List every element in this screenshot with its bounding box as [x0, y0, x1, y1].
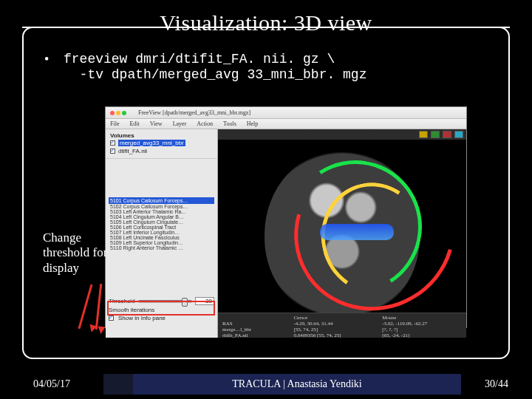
menu-file[interactable]: File — [110, 120, 119, 127]
view-btn-g[interactable] — [431, 131, 440, 138]
status-merge-mouse: [?, ?, ?] — [382, 327, 462, 332]
threshold-slider[interactable] — [138, 300, 192, 303]
tract-row[interactable]: 5110 Right Anterior Thalamic … — [109, 245, 214, 250]
menu-view[interactable]: View — [150, 120, 163, 127]
menu-edit[interactable]: Edit — [129, 120, 139, 127]
content-panel: • freeview dmri/dtifit_FA. nii. gz \ -tv… — [22, 27, 510, 359]
window-title: FreeView [dpath/merged_avg33_mni_bbr.mgz… — [138, 109, 250, 116]
status-fa-label: dtifit_FA.nii — [222, 332, 284, 338]
close-dot-icon — [110, 111, 115, 115]
checkbox-icon[interactable] — [110, 140, 115, 146]
tract-row[interactable]: 5109 Left Superior Longitudin… — [109, 240, 214, 245]
command-line-1: freeview dmri/dtifit_FA. nii. gz \ — [64, 52, 335, 67]
menu-help[interactable]: Help — [247, 120, 259, 127]
footer-page: 30/44 — [461, 378, 532, 390]
status-mouse-header: Mouse — [382, 315, 462, 321]
minimize-dot-icon — [116, 111, 120, 115]
tract-blue-icon — [320, 224, 394, 240]
view-btn-y[interactable] — [419, 131, 428, 138]
status-bar: RAS merge…l_bbr dtifit_FA.nii Cursor -4.… — [218, 313, 466, 338]
footer-title: TRACULA | Anastasia Yendiki — [133, 374, 461, 395]
view-toolbar — [218, 129, 466, 140]
footer: 04/05/17 TRACULA | Anastasia Yendiki 30/… — [0, 374, 532, 395]
status-ras-mouse: -3.02, -119.09, -62.27 — [382, 321, 462, 327]
indent-spacer — [44, 67, 55, 82]
command-block: • freeview dmri/dtifit_FA. nii. gz \ -tv… — [44, 52, 494, 82]
volume-label: dtifit_FA.nii — [118, 148, 147, 154]
arrow-head-icon — [98, 327, 106, 335]
menu-items: File Edit View Layer Action Tools Help — [106, 119, 466, 129]
status-ras-cursor: -4.29, 30.64, 31.44 — [293, 321, 373, 327]
status-fa-cursor: 0.0409356 [55, 74, 25] — [293, 332, 373, 338]
footer-mid: TRACULA | Anastasia Yendiki — [103, 374, 461, 395]
arrow-line-icon — [78, 284, 93, 329]
status-ras-label: RAS — [222, 321, 284, 327]
status-rows: RAS merge…l_bbr dtifit_FA.nii — [218, 313, 289, 338]
footer-date: 04/05/17 — [0, 378, 103, 390]
3d-viewport[interactable]: RAS merge…l_bbr dtifit_FA.nii Cursor -4.… — [218, 129, 466, 338]
status-mouse-col: Mouse -3.02, -119.09, -62.27 [?, ?, ?] [… — [378, 313, 466, 338]
status-merge-label: merge…l_bbr — [222, 327, 284, 332]
status-cursor-header: Cursor — [293, 315, 373, 321]
menubar: FreeView [dpath/merged_avg33_mni_bbr.mgz… — [106, 107, 466, 119]
threshold-input[interactable]: 30 — [195, 297, 214, 305]
menu-action[interactable]: Action — [197, 120, 213, 127]
arrow-line-icon — [95, 284, 102, 330]
bullet-dot: • — [44, 52, 55, 67]
volume-item-merged[interactable]: merged_avg33_mni_bbr — [110, 139, 213, 147]
tract-row[interactable]: 5102 Corpus Callosum Forceps… — [109, 204, 214, 209]
volumes-header: Volumes — [110, 132, 213, 139]
status-cursor-col: Cursor -4.29, 30.64, 31.44 [55, 74, 25] … — [289, 313, 378, 338]
tract-row[interactable]: 5108 Left Uncinate Fasciculus — [109, 235, 214, 240]
slide: Visualization: 3D view • freeview dmri/d… — [0, 0, 532, 399]
zoom-dot-icon — [122, 111, 126, 115]
tract-selected[interactable]: 5101 Corpus Callosum Forceps… — [109, 197, 214, 204]
tracts-list: 5101 Corpus Callosum Forceps… 5102 Corpu… — [106, 196, 217, 252]
command-line-2: -tv dpath/merged_avg 33_mni_bbr. mgz — [64, 67, 366, 82]
menu-tools[interactable]: Tools — [223, 120, 236, 127]
status-merge-cursor: [55, 74, 25] — [293, 327, 373, 332]
traffic-lights — [110, 111, 126, 115]
volume-label: merged_avg33_mni_bbr — [118, 140, 185, 146]
callout-text: Change threshold for display — [43, 231, 112, 276]
view-btn-c[interactable] — [454, 131, 463, 138]
tract-row[interactable]: 5104 Left Cingulum Angular B… — [109, 214, 214, 219]
tract-row[interactable]: 5105 Left Cingulum Cingulate… — [109, 219, 214, 225]
tract-row[interactable]: 5107 Left Inferior Longitudin… — [109, 230, 214, 235]
callout-arrows — [64, 284, 137, 343]
view-btn-r[interactable] — [443, 131, 451, 138]
screenshot-body: Volumes merged_avg33_mni_bbr dtifit_FA.n… — [106, 129, 466, 338]
menu-layer[interactable]: Layer — [173, 120, 187, 127]
volume-item-fa[interactable]: dtifit_FA.nii — [110, 147, 213, 155]
tract-row[interactable]: 5103 Left Anterior Thalamic Ra… — [109, 209, 214, 214]
freeview-screenshot: FreeView [dpath/merged_avg33_mni_bbr.mgz… — [105, 106, 467, 328]
tract-row[interactable]: 5106 Left Corticospinal Tract — [109, 225, 214, 230]
status-fa-mouse: [65, -24, -21] — [382, 332, 462, 338]
volumes-list: Volumes merged_avg33_mni_bbr dtifit_FA.n… — [106, 129, 217, 159]
checkbox-icon[interactable] — [110, 149, 115, 154]
footer-accent — [103, 374, 133, 395]
